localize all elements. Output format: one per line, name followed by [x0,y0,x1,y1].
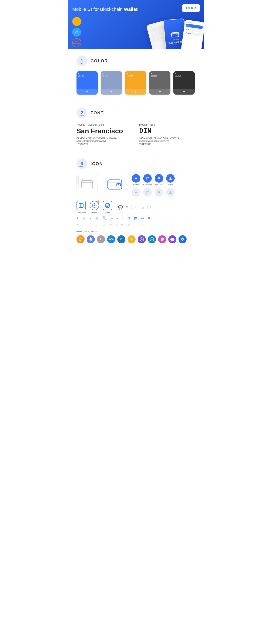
icon-grid-add[interactable]: ⊞ [83,216,86,220]
extra-icons-row: 💬 ≡ ) ○ ▭ ⓘ [118,205,151,210]
icon-close[interactable]: ✕ [148,216,150,220]
crypto-matic [168,235,176,243]
svg-rect-2 [176,33,178,34]
icon-management[interactable]: Mangment [76,201,86,214]
icon-share[interactable]: ⟨ [122,216,124,220]
wallet-icon-filled [104,174,126,193]
mid-icons-row: Mangment History [76,201,196,214]
icon-back[interactable]: ‹ [117,216,118,220]
icon-swap[interactable]: ⇔ [141,216,144,220]
screens-badge: 60+ Screens [72,38,81,47]
hero-title: Mobile UI for Blockchain Wallet [72,6,200,12]
utility-icons-row-1: + ⊞ ✓ ⊟ 🔍 ☆ ‹ ⟨ ⚙ ⬒ ⇔ ✕ [76,216,196,220]
utility-icons-row-2: + ⊞ ✓ ⊟ ↺ ☆ ‹ ⇔ ✕ → ⓘ [76,222,196,227]
nav-icon-assets[interactable]: Assets [132,174,140,186]
svg-marker-25 [89,237,92,240]
hero-badges: Ps 60+ Screens [72,17,81,47]
hero-section: Mobile UI for Blockchain Wallet UI Kit P… [68,0,204,49]
icon-upload[interactable]: ⬒ [134,216,137,220]
color-section-header: 1 ONE COLOR [76,56,196,66]
swatch-orange: #F5A623 [125,71,146,94]
swatch-blue: #3574FA [76,71,98,94]
icon-forward-ghost: → [134,223,137,227]
svg-rect-8 [108,180,122,189]
section-number-2: 2 TWO [76,108,87,118]
icon-info: ⓘ [147,205,151,210]
svg-rect-17 [79,204,80,208]
nav-icon-profile-ghost [166,188,175,196]
font-grid: Regular · Medium · Bold San Francisco AB… [76,123,196,146]
nav-icon-profile[interactable]: Profile [166,174,175,186]
icon-order[interactable]: Order [103,201,112,214]
font-title: FONT [90,110,104,116]
icon-close-ghost: ✕ [127,223,130,227]
svg-rect-16 [79,204,83,208]
icon-search[interactable]: 🔍 [102,216,107,220]
wallet-icon-row: Assets Exchange Discover [76,174,196,196]
blockchain-line [76,232,82,232]
icon-settings[interactable]: ⚙ [127,216,130,220]
crypto-waves [107,235,115,243]
font-section: 2 TWO FONT Regular · Medium · Bold San F… [68,101,204,152]
swatch-dark: #303030 [174,71,195,94]
svg-point-24 [108,204,110,205]
svg-marker-30 [170,238,174,241]
icon-circle: ○ [135,205,138,210]
font-din: Medium · Bold DIN ABCDEFGHIJKLMNOPQRSTUV… [139,123,196,146]
nav-icon-discover[interactable]: Discover [155,174,163,186]
icon-section-header: 3 THREE ICON [76,158,196,169]
svg-line-6 [82,179,83,180]
color-swatches: #3574FA #8DA0C8 #F5A623 #666666 #303030 [76,71,196,94]
svg-point-19 [98,201,99,202]
crypto-eth [87,235,95,243]
svg-point-31 [182,239,183,240]
icon-refresh-ghost: ↺ [102,223,105,227]
icon-history[interactable]: History [90,201,99,214]
ui-kit-badge: UI Kit [182,4,200,12]
svg-rect-3 [82,180,93,188]
crypto-grid [138,235,146,243]
icon-check-ghost: ✓ [89,223,92,227]
color-title: COLOR [90,58,108,63]
crypto-dash: D [117,235,126,243]
icon-info-ghost: ⓘ [141,222,144,227]
svg-rect-4 [89,183,92,185]
nav-icon-exchange[interactable]: Exchange [143,174,152,186]
icon-moon: ) [131,205,132,210]
icon-chat: 💬 [118,205,123,210]
icon-message: ▭ [140,205,144,210]
icon-qr[interactable]: ⊟ [96,216,98,220]
crypto-ark [158,235,166,243]
color-section: 1 ONE COLOR #3574FA #8DA0C8 #F5A623 #666… [68,49,204,101]
svg-point-5 [90,184,91,184]
crypto-stratis [148,235,156,243]
icon-back-ghost: ‹ [116,223,117,227]
crypto-ftm [178,235,186,243]
icon-swap-ghost: ⇔ [121,223,124,227]
crypto-zcash: Z [128,235,136,243]
nav-icons-active-row: Assets Exchange Discover [132,174,175,186]
ps-badge: Ps [72,28,81,36]
svg-point-14 [158,191,160,194]
icon-star[interactable]: ☆ [110,216,114,220]
section-number-3: 3 THREE [76,158,87,169]
font-sf: Regular · Medium · Bold San Francisco AB… [76,123,133,146]
svg-point-10 [118,184,119,185]
nav-icons-group: Assets Exchange Discover [132,174,175,196]
swatch-slate: #8DA0C8 [101,71,122,94]
sketch-badge [72,17,81,26]
svg-point-13 [170,177,171,178]
font-section-header: 2 TWO FONT [76,108,196,118]
nav-icon-discover-ghost [155,188,163,196]
icon-section: 3 THREE ICON [68,152,204,250]
svg-line-7 [92,179,93,180]
icon-plus[interactable]: + [76,216,79,220]
crypto-icons-row: Ł D Z [76,235,196,243]
icon-title: ICON [90,161,103,166]
nav-icons-ghost-row [132,188,175,196]
swatch-gray: #666666 [149,71,170,94]
icon-check[interactable]: ✓ [89,216,92,220]
crypto-ltc: Ł [97,235,105,243]
crypto-btc [76,235,84,243]
icon-star-orange: ☆ [109,223,112,227]
